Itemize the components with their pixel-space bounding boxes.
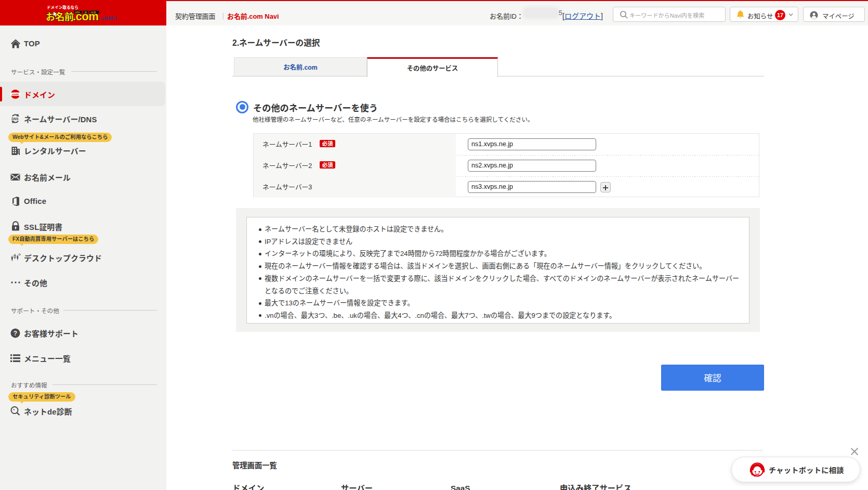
svg-text:.jp: .jp bbox=[84, 11, 87, 14]
svg-text:お名前: お名前 bbox=[46, 11, 74, 22]
svg-text:.com: .com bbox=[11, 92, 19, 96]
svg-text:DNS: DNS bbox=[11, 117, 18, 121]
svg-text:.co.jp: .co.jp bbox=[90, 11, 96, 14]
svg-text:.com: .com bbox=[75, 11, 80, 14]
svg-text:?: ? bbox=[14, 330, 17, 337]
svg-text:GMO: GMO bbox=[104, 16, 117, 21]
